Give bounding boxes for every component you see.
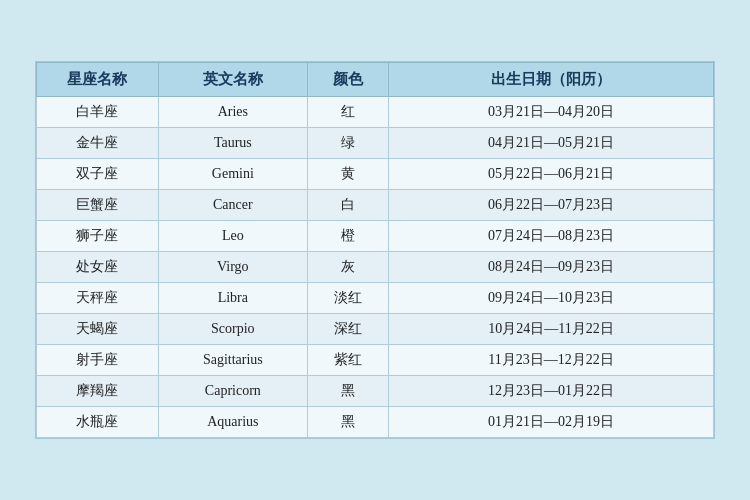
cell-color: 黑 xyxy=(307,376,388,407)
cell-chinese: 摩羯座 xyxy=(37,376,159,407)
cell-chinese: 双子座 xyxy=(37,159,159,190)
cell-color: 橙 xyxy=(307,221,388,252)
cell-date: 10月24日—11月22日 xyxy=(389,314,714,345)
cell-color: 红 xyxy=(307,97,388,128)
cell-date: 01月21日—02月19日 xyxy=(389,407,714,438)
cell-date: 07月24日—08月23日 xyxy=(389,221,714,252)
cell-date: 11月23日—12月22日 xyxy=(389,345,714,376)
table-row: 白羊座Aries红03月21日—04月20日 xyxy=(37,97,714,128)
cell-english: Leo xyxy=(158,221,307,252)
table-row: 狮子座Leo橙07月24日—08月23日 xyxy=(37,221,714,252)
header-chinese: 星座名称 xyxy=(37,63,159,97)
table-row: 巨蟹座Cancer白06月22日—07月23日 xyxy=(37,190,714,221)
cell-date: 12月23日—01月22日 xyxy=(389,376,714,407)
table-row: 双子座Gemini黄05月22日—06月21日 xyxy=(37,159,714,190)
cell-chinese: 处女座 xyxy=(37,252,159,283)
cell-chinese: 巨蟹座 xyxy=(37,190,159,221)
table-row: 处女座Virgo灰08月24日—09月23日 xyxy=(37,252,714,283)
cell-chinese: 水瓶座 xyxy=(37,407,159,438)
cell-english: Gemini xyxy=(158,159,307,190)
cell-chinese: 射手座 xyxy=(37,345,159,376)
cell-english: Cancer xyxy=(158,190,307,221)
cell-chinese: 金牛座 xyxy=(37,128,159,159)
table-row: 水瓶座Aquarius黑01月21日—02月19日 xyxy=(37,407,714,438)
cell-chinese: 白羊座 xyxy=(37,97,159,128)
cell-date: 06月22日—07月23日 xyxy=(389,190,714,221)
cell-color: 黄 xyxy=(307,159,388,190)
table-row: 金牛座Taurus绿04月21日—05月21日 xyxy=(37,128,714,159)
cell-date: 03月21日—04月20日 xyxy=(389,97,714,128)
cell-color: 黑 xyxy=(307,407,388,438)
zodiac-table: 星座名称 英文名称 颜色 出生日期（阳历） 白羊座Aries红03月21日—04… xyxy=(36,62,714,438)
header-date: 出生日期（阳历） xyxy=(389,63,714,97)
cell-date: 08月24日—09月23日 xyxy=(389,252,714,283)
zodiac-table-container: 星座名称 英文名称 颜色 出生日期（阳历） 白羊座Aries红03月21日—04… xyxy=(35,61,715,439)
cell-english: Capricorn xyxy=(158,376,307,407)
table-header-row: 星座名称 英文名称 颜色 出生日期（阳历） xyxy=(37,63,714,97)
cell-color: 白 xyxy=(307,190,388,221)
cell-color: 灰 xyxy=(307,252,388,283)
cell-color: 深红 xyxy=(307,314,388,345)
cell-date: 05月22日—06月21日 xyxy=(389,159,714,190)
cell-english: Taurus xyxy=(158,128,307,159)
header-english: 英文名称 xyxy=(158,63,307,97)
cell-english: Virgo xyxy=(158,252,307,283)
cell-english: Scorpio xyxy=(158,314,307,345)
cell-chinese: 狮子座 xyxy=(37,221,159,252)
cell-chinese: 天秤座 xyxy=(37,283,159,314)
cell-color: 淡红 xyxy=(307,283,388,314)
cell-date: 09月24日—10月23日 xyxy=(389,283,714,314)
cell-english: Libra xyxy=(158,283,307,314)
cell-english: Aquarius xyxy=(158,407,307,438)
cell-date: 04月21日—05月21日 xyxy=(389,128,714,159)
table-row: 天蝎座Scorpio深红10月24日—11月22日 xyxy=(37,314,714,345)
cell-chinese: 天蝎座 xyxy=(37,314,159,345)
header-color: 颜色 xyxy=(307,63,388,97)
cell-english: Aries xyxy=(158,97,307,128)
cell-color: 绿 xyxy=(307,128,388,159)
cell-english: Sagittarius xyxy=(158,345,307,376)
table-row: 射手座Sagittarius紫红11月23日—12月22日 xyxy=(37,345,714,376)
table-row: 摩羯座Capricorn黑12月23日—01月22日 xyxy=(37,376,714,407)
table-row: 天秤座Libra淡红09月24日—10月23日 xyxy=(37,283,714,314)
table-body: 白羊座Aries红03月21日—04月20日金牛座Taurus绿04月21日—0… xyxy=(37,97,714,438)
cell-color: 紫红 xyxy=(307,345,388,376)
